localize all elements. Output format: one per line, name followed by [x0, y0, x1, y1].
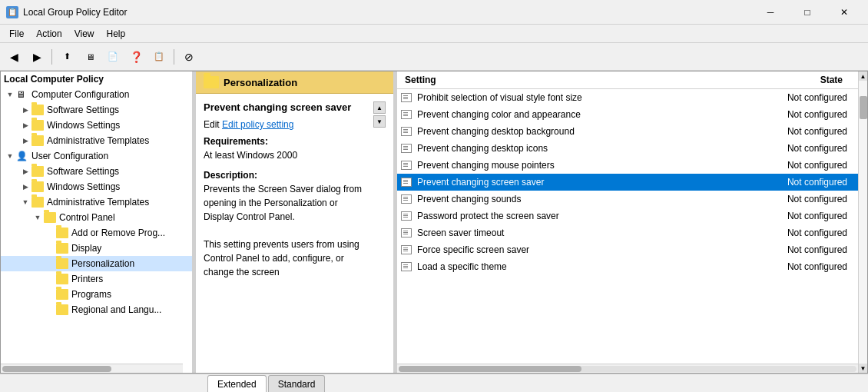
- title-bar: 📋 Local Group Policy Editor ─ □ ✕: [0, 0, 868, 25]
- show-hide-console-tree[interactable]: 🖥: [79, 46, 101, 68]
- expander-sw-settings-user: ▶: [19, 165, 31, 178]
- forward-button[interactable]: ▶: [26, 46, 48, 68]
- tab-standard[interactable]: Standard: [268, 375, 326, 392]
- middle-folder-icon: [204, 76, 219, 88]
- tree-item-admin-templates-user[interactable]: ▼ Administrative Templates: [1, 194, 192, 210]
- policy-icon-inner: [401, 194, 412, 204]
- tree-panel: Local Computer Policy ▼ 🖥 Computer Confi…: [1, 71, 193, 373]
- tree-label-admin-templates-user: Administrative Templates: [47, 197, 149, 208]
- title-bar-left: 📋 Local Group Policy Editor: [6, 6, 127, 18]
- tree-item-win-settings-comp[interactable]: ▶ Windows Settings: [1, 118, 192, 133]
- tree-item-programs[interactable]: ▶ Programs: [1, 287, 192, 302]
- vscroll-thumb: [860, 96, 867, 119]
- tree-label-display: Display: [71, 243, 101, 254]
- right-row-state: Not configured: [755, 143, 855, 154]
- policy-icon-inner: [401, 228, 412, 238]
- admin-templates-user-icon: [31, 197, 44, 208]
- vscroll-down[interactable]: ▼: [859, 364, 867, 373]
- menu-help[interactable]: Help: [101, 27, 132, 41]
- tree-label-admin-templates-comp: Administrative Templates: [47, 135, 149, 146]
- description-title: Description:: [204, 170, 370, 181]
- right-row-label: Prevent changing screen saver: [417, 177, 755, 188]
- tree-item-admin-templates-comp[interactable]: ▶ Administrative Templates: [1, 133, 192, 148]
- right-row[interactable]: Prevent changing desktop backgroundNot c…: [397, 123, 858, 140]
- vscroll-up[interactable]: ▲: [859, 71, 867, 81]
- menu-view[interactable]: View: [68, 27, 101, 41]
- close-button[interactable]: ✕: [827, 0, 862, 25]
- right-row-state: Not configured: [755, 261, 855, 272]
- regional-icon: [56, 304, 68, 315]
- maximize-button[interactable]: □: [790, 0, 825, 25]
- minimize-button[interactable]: ─: [753, 0, 788, 25]
- personalization-icon: [56, 258, 68, 269]
- tree-item-computer-config[interactable]: ▼ 🖥 Computer Configuration: [1, 87, 192, 102]
- tree-item-personalization[interactable]: ▶ Personalization: [1, 256, 192, 271]
- right-row-label: Prohibit selection of visual style font …: [417, 92, 755, 103]
- right-row-state: Not configured: [755, 109, 855, 120]
- policy-icon: [400, 176, 412, 188]
- properties-button[interactable]: 📄: [102, 46, 124, 68]
- user-config-icon: 👤: [16, 151, 28, 161]
- edit-policy-link[interactable]: Edit policy setting: [222, 119, 293, 130]
- menu-action[interactable]: Action: [30, 27, 68, 41]
- policy-icon-inner: [401, 211, 412, 221]
- admin-templates-comp-icon: [31, 135, 44, 146]
- tree-item-user-config[interactable]: ▼ 👤 User Configuration: [1, 148, 192, 164]
- right-row[interactable]: Prevent changing soundsNot configured: [397, 191, 858, 208]
- right-row-state: Not configured: [755, 228, 855, 238]
- policy-icon: [400, 125, 412, 138]
- window-title: Local Group Policy Editor: [23, 7, 127, 18]
- description-text: Prevents the Screen Saver dialog from op…: [204, 182, 370, 279]
- tree-item-add-remove[interactable]: ▶ Add or Remove Prog...: [1, 225, 192, 241]
- filter-button[interactable]: ⊘: [178, 46, 200, 68]
- tree-item-win-settings-user[interactable]: ▶ Windows Settings: [1, 179, 192, 194]
- add-remove-icon: [56, 228, 68, 238]
- right-row[interactable]: Prevent changing color and appearanceNot…: [397, 106, 858, 123]
- middle-header-title: Personalization: [224, 77, 297, 88]
- policy-icon: [400, 261, 412, 273]
- scroll-down-button[interactable]: ▼: [373, 115, 386, 128]
- tab-extended[interactable]: Extended: [207, 375, 267, 392]
- policy-icon: [400, 108, 412, 121]
- right-row-label: Load a specific theme: [417, 261, 755, 272]
- right-row[interactable]: Prevent changing screen saverNot configu…: [397, 174, 858, 191]
- middle-panel: Personalization Prevent changing screen …: [196, 71, 394, 373]
- tree-item-printers[interactable]: ▶ Printers: [1, 271, 192, 287]
- policy-icon: [400, 193, 412, 205]
- right-row[interactable]: Load a specific themeNot configured: [397, 258, 858, 275]
- col-state-header: State: [750, 75, 850, 85]
- tree-root-label: Local Computer Policy: [4, 74, 104, 85]
- right-row-state: Not configured: [755, 92, 855, 103]
- tree-label-personalization: Personalization: [71, 258, 134, 269]
- right-row[interactable]: Prevent changing mouse pointersNot confi…: [397, 157, 858, 174]
- right-row[interactable]: Screen saver timeoutNot configured: [397, 224, 858, 241]
- tree-item-control-panel[interactable]: ▼ Control Panel: [1, 210, 192, 225]
- toolbar: ◀ ▶ ⬆ 🖥 📄 ❓ 📋 ⊘: [0, 43, 868, 71]
- middle-content: Prevent changing screen saver Edit Edit …: [196, 94, 393, 373]
- right-row[interactable]: Prohibit selection of visual style font …: [397, 89, 858, 106]
- programs-icon: [56, 289, 68, 300]
- back-button[interactable]: ◀: [3, 46, 25, 68]
- policy-icon-inner: [401, 262, 412, 271]
- tree-item-sw-settings-user[interactable]: ▶ Software Settings: [1, 164, 192, 179]
- right-row-label: Prevent changing mouse pointers: [417, 160, 755, 171]
- right-row[interactable]: Force specific screen saverNot configure…: [397, 241, 858, 258]
- tree-label-sw-settings-comp: Software Settings: [47, 105, 119, 115]
- export-list-button[interactable]: 📋: [148, 46, 170, 68]
- expander-admin-templates-comp: ▶: [19, 135, 31, 147]
- tree-item-regional[interactable]: ▶ Regional and Langu...: [1, 302, 192, 317]
- tree-item-display[interactable]: ▶ Display: [1, 241, 192, 256]
- left-hscroll-thumb: [2, 366, 111, 372]
- help-button[interactable]: ❓: [125, 46, 147, 68]
- right-row[interactable]: Password protect the screen saverNot con…: [397, 208, 858, 224]
- computer-config-icon: 🖥: [16, 89, 28, 100]
- tree-item-sw-settings-comp[interactable]: ▶ Software Settings: [1, 102, 192, 118]
- tree-label-computer-config: Computer Configuration: [31, 89, 129, 100]
- right-row[interactable]: Prevent changing desktop iconsNot config…: [397, 140, 858, 157]
- right-row-state: Not configured: [755, 244, 855, 255]
- policy-icon: [400, 210, 412, 222]
- scroll-up-button[interactable]: ▲: [373, 101, 386, 114]
- up-button[interactable]: ⬆: [56, 46, 78, 68]
- menu-file[interactable]: File: [3, 27, 30, 41]
- right-row-label: Prevent changing desktop background: [417, 126, 755, 137]
